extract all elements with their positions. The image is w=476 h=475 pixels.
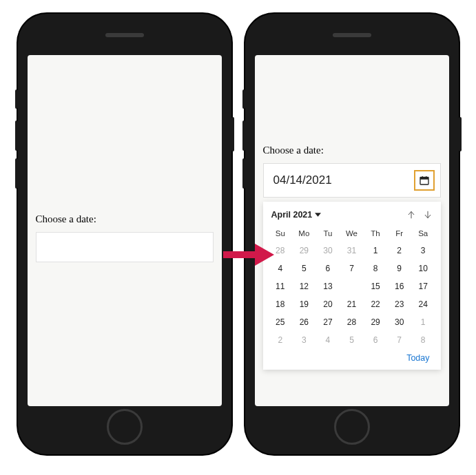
- calendar-day-cell[interactable]: 30: [316, 242, 340, 260]
- calendar-day-cell[interactable]: 20: [316, 295, 340, 313]
- calendar-day-cell[interactable]: 29: [364, 313, 388, 331]
- calendar-popup: April 2021 Su: [263, 202, 441, 370]
- calendar-month-selector[interactable]: April 2021: [271, 210, 322, 220]
- calendar-day-cell[interactable]: 12: [292, 277, 316, 295]
- svg-marker-6: [315, 213, 321, 216]
- prev-month-button[interactable]: [406, 210, 416, 220]
- calendar-day-cell[interactable]: 21: [340, 295, 364, 313]
- calendar-day-cell[interactable]: 3: [292, 331, 316, 349]
- phone-mockup-left: Choose a date:: [18, 14, 231, 454]
- calendar-day-cell[interactable]: 8: [411, 331, 435, 349]
- calendar-day-cell[interactable]: 4: [316, 331, 340, 349]
- date-label: Choose a date:: [263, 145, 441, 156]
- arrow-down-icon: [423, 210, 433, 220]
- chevron-down-icon: [315, 213, 321, 217]
- calendar-month-label: April 2021: [271, 210, 313, 220]
- calendar-day-cell[interactable]: 19: [292, 295, 316, 313]
- calendar-day-cell[interactable]: 24: [411, 295, 435, 313]
- calendar-day-cell[interactable]: 2: [269, 331, 293, 349]
- calendar-day-cell[interactable]: 9: [387, 260, 411, 277]
- calendar-day-cell[interactable]: 16: [387, 277, 411, 295]
- svg-marker-1: [255, 244, 274, 266]
- calendar-icon: [419, 175, 430, 186]
- calendar-day-cell[interactable]: 5: [292, 260, 316, 277]
- calendar-day-cell[interactable]: 14: [340, 277, 364, 295]
- calendar-day-cell[interactable]: 18: [269, 295, 293, 313]
- weekday-cell: Mo: [292, 226, 316, 242]
- calendar-day-cell[interactable]: 10: [411, 260, 435, 277]
- calendar-day-cell[interactable]: 5: [340, 331, 364, 349]
- calendar-day-cell[interactable]: 6: [316, 260, 340, 277]
- calendar-day-cell[interactable]: 6: [364, 331, 388, 349]
- next-month-button[interactable]: [423, 210, 433, 220]
- weekday-cell: We: [340, 226, 364, 242]
- today-button[interactable]: Today: [269, 349, 435, 364]
- calendar-day-cell[interactable]: 17: [411, 277, 435, 295]
- weekday-cell: Sa: [411, 226, 435, 242]
- calendar-day-cell[interactable]: 25: [269, 313, 293, 331]
- calendar-toggle-button[interactable]: [414, 170, 435, 191]
- calendar-day-cell[interactable]: 26: [292, 313, 316, 331]
- calendar-day-cell[interactable]: 22: [364, 295, 388, 313]
- calendar-day-cell[interactable]: 7: [387, 331, 411, 349]
- weekday-cell: Th: [364, 226, 388, 242]
- calendar-day-cell[interactable]: 27: [316, 313, 340, 331]
- date-input-filled[interactable]: 04/14/2021: [263, 163, 441, 198]
- date-value: 04/14/2021: [273, 173, 332, 187]
- calendar-day-cell[interactable]: 28: [340, 313, 364, 331]
- calendar-day-cell[interactable]: 3: [411, 242, 435, 260]
- arrow-icon: [220, 241, 276, 268]
- calendar-day-cell[interactable]: 2: [387, 242, 411, 260]
- calendar-day-cell[interactable]: 11: [269, 277, 293, 295]
- calendar-day-cell[interactable]: 1: [364, 242, 388, 260]
- calendar-grid: 2829303112345678910111213141516171819202…: [269, 242, 435, 349]
- calendar-day-cell[interactable]: 7: [340, 260, 364, 277]
- date-label: Choose a date:: [36, 213, 214, 225]
- calendar-day-cell[interactable]: 23: [387, 295, 411, 313]
- svg-rect-3: [420, 177, 428, 179]
- arrow-up-icon: [406, 210, 416, 220]
- weekday-cell: Tu: [316, 226, 340, 242]
- screen-right: Choose a date: 04/14/2021: [255, 55, 449, 406]
- calendar-day-cell[interactable]: 8: [364, 260, 388, 277]
- calendar-day-cell[interactable]: 1: [411, 313, 435, 331]
- calendar-day-cell[interactable]: 29: [292, 242, 316, 260]
- weekday-cell: Fr: [387, 226, 411, 242]
- calendar-day-cell[interactable]: 15: [364, 277, 388, 295]
- calendar-day-cell[interactable]: 31: [340, 242, 364, 260]
- screen-left: Choose a date:: [28, 55, 222, 406]
- weekday-cell: Su: [269, 226, 293, 242]
- phone-mockup-right: Choose a date: 04/14/2021: [245, 14, 459, 454]
- calendar-day-cell[interactable]: 13: [316, 277, 340, 295]
- date-input-empty[interactable]: [36, 232, 214, 262]
- calendar-weekday-row: Su Mo Tu We Th Fr Sa: [269, 226, 435, 242]
- calendar-day-cell[interactable]: 30: [387, 313, 411, 331]
